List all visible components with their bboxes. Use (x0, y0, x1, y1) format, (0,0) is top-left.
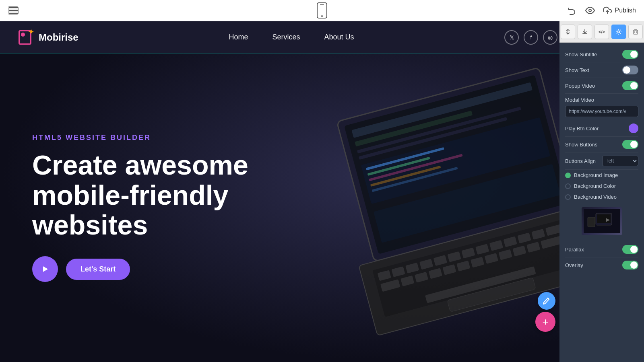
overlay-toggle[interactable] (622, 261, 638, 269)
add-icon: + (542, 316, 548, 328)
svg-point-1 (321, 15, 323, 17)
show-buttons-label: Show Buttons (565, 142, 597, 148)
parallax-label: Parallax (565, 247, 584, 253)
logo-icon: ✦ (16, 29, 34, 46)
phone-preview-icon[interactable] (316, 2, 328, 19)
add-fab-button[interactable]: + (535, 312, 555, 332)
instagram-icon[interactable]: ◎ (543, 30, 557, 45)
bg-thumbnail-container (565, 202, 638, 242)
hero-title: Create awesome mobile-friendly websites (32, 150, 282, 240)
toolbar-right: Publish (568, 6, 636, 15)
popup-video-toggle[interactable] (622, 81, 638, 90)
edit-fab-button[interactable] (538, 292, 555, 310)
popup-video-row: Popup Video (565, 78, 638, 94)
delete-button[interactable] (628, 25, 643, 39)
show-subtitle-row: Show Subtitle (565, 47, 638, 62)
publish-label: Publish (615, 7, 636, 14)
sort-button[interactable] (561, 25, 575, 39)
play-btn-color-label: Play Btn Color (565, 125, 599, 132)
site-nav: ✦ Mobirise Home Services About Us 𝕏 f ◎ … (0, 21, 644, 53)
lets-start-button[interactable]: Let's Start (66, 259, 130, 280)
hero-content: HTML5 WEBSITE BUILDER Create awesome mob… (0, 134, 282, 282)
logo-text: Mobirise (39, 32, 78, 43)
facebook-icon[interactable]: f (524, 30, 538, 45)
nav-home[interactable]: Home (229, 33, 248, 41)
site-logo: ✦ Mobirise (16, 29, 78, 46)
buttons-align-row: Buttons Align left center right (565, 152, 638, 170)
twitter-icon[interactable]: 𝕏 (504, 30, 519, 45)
bg-color-label: Background Color (574, 183, 616, 189)
bg-video-radio[interactable] (565, 194, 571, 200)
modal-video-section: Modal Video (565, 94, 638, 120)
svg-point-51 (618, 31, 620, 33)
settings-panel: </> Show Subt (559, 21, 644, 362)
hero-title-line2: mobile-friendly websites (32, 180, 228, 241)
modal-video-input[interactable] (565, 106, 638, 117)
preview-area: ✦ Mobirise Home Services About Us 𝕏 f ◎ … (0, 21, 644, 362)
panel-content: Show Subtitle Show Text Popup Video Moda… (559, 43, 644, 362)
show-subtitle-label: Show Subtitle (565, 51, 597, 58)
show-text-toggle[interactable] (622, 66, 638, 74)
show-buttons-row: Show Buttons (565, 137, 638, 152)
bg-video-label: Background Video (574, 194, 617, 200)
parallax-row: Parallax (565, 242, 638, 257)
bg-image-radio[interactable] (565, 173, 571, 178)
nav-about[interactable]: About Us (324, 33, 354, 41)
code-button[interactable]: </> (594, 25, 609, 39)
website-preview: ✦ Mobirise Home Services About Us 𝕏 f ◎ … (0, 21, 644, 362)
toolbar-center (316, 2, 328, 19)
panel-toolbar: </> (559, 21, 644, 43)
show-buttons-toggle[interactable] (622, 140, 638, 149)
svg-rect-50 (582, 33, 587, 34)
nav-links: Home Services About Us (229, 33, 354, 41)
social-links: 𝕏 f ◎ (504, 30, 557, 45)
bg-color-radio[interactable] (565, 183, 571, 189)
buttons-align-select[interactable]: left center right (602, 156, 638, 166)
svg-rect-58 (588, 217, 595, 227)
parallax-toggle[interactable] (622, 245, 638, 254)
bg-image-row[interactable]: Background Image (565, 170, 638, 181)
top-toolbar: Publish (0, 0, 644, 21)
svg-rect-57 (597, 214, 611, 223)
hero-subtitle: HTML5 WEBSITE BUILDER (32, 134, 282, 142)
popup-video-label: Popup Video (565, 83, 595, 89)
nav-services[interactable]: Services (272, 33, 300, 41)
play-btn-color-picker[interactable] (629, 123, 638, 133)
show-text-label: Show Text (565, 67, 589, 73)
hero-buttons: Let's Start (32, 256, 282, 282)
bg-video-row[interactable]: Background Video (565, 191, 638, 202)
settings-button[interactable] (611, 25, 626, 39)
overlay-row: Overlay (565, 257, 638, 273)
preview-button[interactable] (585, 6, 595, 15)
sun-icon: ✦ (28, 27, 35, 37)
hamburger-menu[interactable] (8, 6, 19, 14)
show-text-row: Show Text (565, 62, 638, 78)
hero-title-line1: Create awesome (32, 150, 248, 180)
download-button[interactable] (578, 25, 592, 39)
buttons-align-label: Buttons Align (565, 158, 596, 164)
svg-rect-52 (634, 30, 638, 34)
bg-thumbnail[interactable] (582, 207, 622, 235)
toolbar-left (8, 6, 19, 14)
play-video-button[interactable] (32, 256, 58, 282)
publish-button[interactable]: Publish (603, 6, 636, 15)
modal-video-label: Modal Video (565, 97, 594, 103)
play-btn-color-row: Play Btn Color (565, 120, 638, 137)
bg-image-label: Background Image (574, 172, 618, 178)
show-subtitle-toggle[interactable] (622, 50, 638, 59)
svg-marker-47 (43, 266, 48, 272)
undo-button[interactable] (568, 6, 577, 15)
overlay-label: Overlay (565, 262, 583, 268)
bg-color-row[interactable]: Background Color (565, 181, 638, 191)
svg-point-3 (589, 9, 591, 12)
